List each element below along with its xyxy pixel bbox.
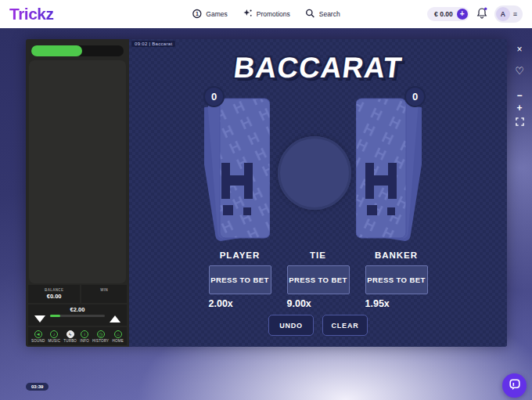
fullscreen-icon[interactable]	[512, 116, 527, 127]
game-title: BACCARAT	[127, 52, 507, 85]
balance-amount: € 0.00	[434, 10, 453, 18]
tie-bet-label: TIE	[287, 250, 350, 260]
home-button[interactable]: ⌂ HOME	[113, 330, 124, 343]
sidebar-toolbar: ◄ SOUND ♪ MUSIC ϟ TURBO i INFO ◷ HISTORY…	[28, 327, 127, 345]
nav-item-label: Search	[319, 10, 340, 18]
bet-spots-row: PLAYER PRESS TO BET 2.00x TIE PRESS TO B…	[129, 250, 507, 309]
notifications-button[interactable]	[476, 7, 487, 22]
nav-item-promotions[interactable]: Promotions	[243, 9, 290, 20]
game-chip-icon: 1	[192, 9, 202, 20]
bet-amount-value: €2.00	[28, 306, 127, 313]
hamburger-icon: ≡	[513, 10, 517, 18]
zoom-out-icon[interactable]: −	[512, 90, 527, 101]
banker-card-count-badge: 0	[404, 86, 426, 107]
home-icon: ⌂	[114, 330, 122, 338]
balance-value: €0.00	[47, 293, 62, 300]
banker-card-stack: H	[356, 95, 422, 241]
favorite-heart-icon[interactable]: ♡	[512, 63, 527, 77]
close-icon[interactable]: ×	[512, 42, 527, 56]
history-button[interactable]: ◷ HISTORY	[92, 330, 109, 343]
search-icon	[306, 9, 315, 20]
window-controls: × ♡ − +	[511, 42, 528, 127]
lightning-icon: ϟ	[66, 330, 74, 338]
progress-fill	[31, 45, 82, 56]
tie-multiplier: 9.00x	[287, 298, 350, 309]
history-feed-panel	[29, 60, 126, 283]
music-note-icon: ♪	[50, 330, 58, 338]
bet-slider-fill	[50, 315, 60, 317]
bell-icon	[476, 7, 487, 22]
deposit-button[interactable]: +	[457, 9, 468, 20]
svg-text:1: 1	[196, 11, 199, 16]
clock-icon: ◷	[97, 330, 105, 338]
banker-multiplier: 1.95x	[365, 298, 428, 309]
turbo-button[interactable]: ϟ TURBO	[63, 330, 77, 343]
zoom-in-icon[interactable]: +	[512, 103, 527, 114]
nav-menu: 1 Games Promotions Search	[192, 9, 340, 20]
music-button[interactable]: ♪ MUSIC	[49, 330, 61, 343]
banker-bet-button[interactable]: PRESS TO BET	[365, 265, 428, 294]
undo-button[interactable]: UNDO	[268, 315, 314, 336]
bet-actions-row: UNDO CLEAR	[129, 315, 507, 336]
tie-bet-column: TIE PRESS TO BET 9.00x	[287, 250, 350, 309]
bet-decrease-button[interactable]	[34, 315, 45, 323]
win-cell: WIN	[81, 285, 127, 303]
dealing-circle	[278, 136, 351, 210]
nav-item-label: Promotions	[257, 10, 290, 18]
nav-item-search[interactable]: Search	[306, 9, 340, 20]
account-menu[interactable]: A ≡	[494, 5, 523, 23]
balance-label: BALANCE	[45, 288, 63, 292]
balance-pill[interactable]: € 0.00 +	[427, 7, 469, 21]
player-bet-button[interactable]: PRESS TO BET	[209, 265, 271, 294]
sparkles-icon	[243, 9, 253, 20]
game-field: 09:02 | Baccarat BACCARAT H	[129, 39, 507, 347]
bet-increase-button[interactable]	[110, 315, 120, 323]
bet-amount-slider[interactable]	[50, 315, 105, 317]
nav-item-games[interactable]: 1 Games	[192, 9, 227, 20]
game-header-text: 09:02 | Baccarat	[131, 41, 175, 47]
card-back-art: H	[356, 95, 422, 241]
clear-button[interactable]: CLEAR	[322, 315, 368, 336]
player-card-count-badge: 0	[203, 86, 225, 107]
game-window: BALANCE €0.00 WIN €2.00 ◄ SOUND ♪ MUSIC	[26, 39, 507, 347]
card-back-art: H	[204, 95, 270, 241]
player-bet-column: PLAYER PRESS TO BET 2.00x	[209, 250, 271, 309]
sound-button[interactable]: ◄ SOUND	[31, 330, 45, 343]
session-timer: 03:39	[26, 383, 49, 391]
speaker-icon: ◄	[34, 330, 42, 338]
info-button[interactable]: i INFO	[80, 330, 89, 343]
nav-item-label: Games	[206, 10, 227, 18]
player-card-stack: H	[204, 95, 270, 241]
info-icon: i	[81, 330, 88, 338]
balance-cell: BALANCE €0.00	[28, 285, 80, 303]
player-bet-label: PLAYER	[209, 250, 271, 260]
top-navbar: Trickz 1 Games Promotions Search € 0.00 …	[0, 0, 532, 28]
nav-right-group: € 0.00 + A ≡	[427, 5, 523, 23]
bet-amount-panel: €2.00	[28, 305, 127, 326]
banker-bet-label: BANKER	[365, 250, 428, 260]
round-progress-bar	[31, 45, 124, 56]
balance-win-row: BALANCE €0.00 WIN	[28, 285, 127, 303]
chat-bubble-icon	[509, 378, 521, 394]
banker-bet-column: BANKER PRESS TO BET 1.95x	[365, 250, 428, 309]
game-sidebar: BALANCE €0.00 WIN €2.00 ◄ SOUND ♪ MUSIC	[26, 39, 129, 347]
win-label: WIN	[100, 288, 108, 292]
tie-bet-button[interactable]: PRESS TO BET	[287, 265, 350, 294]
player-multiplier: 2.00x	[209, 298, 271, 309]
chat-button[interactable]	[502, 373, 527, 398]
brand-logo[interactable]: Trickz	[9, 5, 54, 23]
avatar: A	[496, 7, 510, 21]
